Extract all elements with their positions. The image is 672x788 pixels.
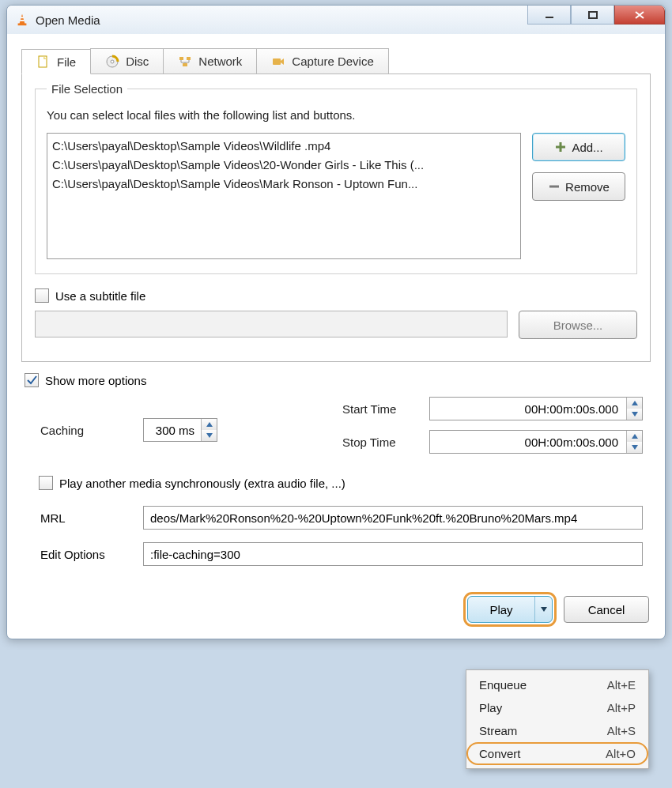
tab-file[interactable]: File [21,49,91,74]
start-time-label: Start Time [342,402,429,416]
svg-rect-11 [187,57,191,60]
start-time-spinner[interactable] [429,397,643,420]
tab-disc[interactable]: Disc [90,48,164,74]
svg-marker-16 [206,433,213,438]
button-label: Play [468,603,534,616]
caching-input[interactable] [144,419,201,441]
edit-options-label: Edit Options [40,548,143,561]
svg-rect-1 [18,24,27,26]
menu-accel: Alt+O [606,747,636,760]
network-icon [178,55,192,69]
tab-label: Capture Device [292,55,373,68]
menu-accel: Alt+E [607,678,636,692]
svg-rect-10 [179,57,183,60]
tab-label: Network [198,55,242,68]
svg-rect-12 [183,63,187,66]
caching-label: Caching [40,424,143,437]
vlc-cone-icon [15,13,29,27]
file-list[interactable]: C:\Users\payal\Desktop\Sample Videos\Wil… [47,133,521,259]
svg-marker-15 [206,422,213,427]
minus-icon [548,180,561,193]
play-sync-checkbox[interactable] [39,476,53,490]
stop-time-label: Stop Time [342,435,429,449]
tab-network[interactable]: Network [163,48,257,74]
spin-down-icon[interactable] [202,430,217,441]
cancel-button[interactable]: Cancel [564,596,649,623]
show-more-label: Show more options [45,374,146,387]
svg-point-9 [111,60,114,63]
svg-rect-6 [39,56,47,67]
maximize-button[interactable] [571,6,614,25]
add-button[interactable]: Add... [532,133,625,161]
svg-marker-19 [632,434,638,439]
button-label: Add... [572,141,602,154]
file-icon [36,55,51,69]
file-selection-hint: You can select local files with the foll… [47,108,625,122]
menu-label: Enqueue [479,678,527,692]
svg-marker-0 [19,14,25,25]
tab-label: File [57,55,76,69]
button-label: Cancel [588,603,625,616]
mrl-label: MRL [40,511,143,525]
svg-rect-2 [21,17,24,18]
svg-rect-3 [20,20,24,21]
window-title: Open Media [36,13,100,27]
svg-marker-20 [632,445,638,450]
more-options-panel: Caching Start Time [21,392,651,582]
svg-rect-5 [589,12,597,18]
subtitle-path-input [35,311,508,337]
file-list-item[interactable]: C:\Users\payal\Desktop\Sample Videos\Wil… [52,137,515,156]
menu-item-convert[interactable]: Convert Alt+O [466,742,648,765]
spin-up-icon[interactable] [202,419,217,430]
spin-up-icon[interactable] [627,398,642,409]
stop-time-spinner[interactable] [429,430,643,454]
button-label: Browse... [553,319,603,332]
play-split-button[interactable]: Play [467,596,553,623]
file-selection-legend: File Selection [47,82,127,96]
minimize-button[interactable] [527,6,571,25]
stop-time-input[interactable] [430,431,626,453]
close-button[interactable] [614,6,665,25]
menu-item-play[interactable]: Play Alt+P [466,696,648,719]
subtitle-checkbox-label: Use a subtitle file [55,289,145,303]
caching-spinner[interactable] [143,418,217,442]
spin-down-icon[interactable] [627,409,642,420]
svg-marker-14 [281,58,284,65]
plus-icon [554,141,567,153]
titlebar[interactable]: Open Media [7,6,665,34]
menu-accel: Alt+S [607,724,636,737]
tabs: File Disc Network Capture Device [21,48,651,74]
file-selection-group: File Selection You can select local file… [35,82,637,274]
menu-label: Stream [479,724,517,737]
svg-marker-21 [541,607,547,612]
file-list-item[interactable]: C:\Users\payal\Desktop\Sample Videos\Mar… [52,175,515,194]
disc-icon [105,55,119,69]
menu-accel: Alt+P [607,701,636,714]
play-sync-label: Play another media synchronously (extra … [59,477,345,490]
button-label: Remove [565,180,610,194]
edit-options-input[interactable] [143,542,643,566]
subtitle-checkbox[interactable] [35,288,49,303]
tab-label: Disc [126,55,149,68]
svg-marker-17 [632,401,638,405]
start-time-input[interactable] [430,398,626,420]
file-list-item[interactable]: C:\Users\payal\Desktop\Sample Videos\20-… [52,156,515,175]
menu-item-enqueue[interactable]: Enqueue Alt+E [466,673,648,696]
remove-button[interactable]: Remove [532,172,625,201]
open-media-dialog: Open Media File Disc Network Capture Dev [6,5,666,639]
play-dropdown-menu: Enqueue Alt+E Play Alt+P Stream Alt+S Co… [466,669,649,769]
menu-item-stream[interactable]: Stream Alt+S [466,719,648,742]
browse-button[interactable]: Browse... [519,311,637,339]
capture-icon [271,55,285,69]
file-panel: File Selection You can select local file… [21,74,651,362]
spin-down-icon[interactable] [627,442,642,453]
mrl-input[interactable] [143,506,643,530]
spin-up-icon[interactable] [627,431,642,442]
svg-marker-18 [632,412,638,417]
play-dropdown-toggle[interactable] [534,597,552,622]
svg-rect-13 [273,58,281,65]
show-more-checkbox[interactable] [25,373,39,387]
menu-label: Convert [479,747,521,760]
tab-capture[interactable]: Capture Device [256,48,388,74]
menu-label: Play [479,701,502,714]
